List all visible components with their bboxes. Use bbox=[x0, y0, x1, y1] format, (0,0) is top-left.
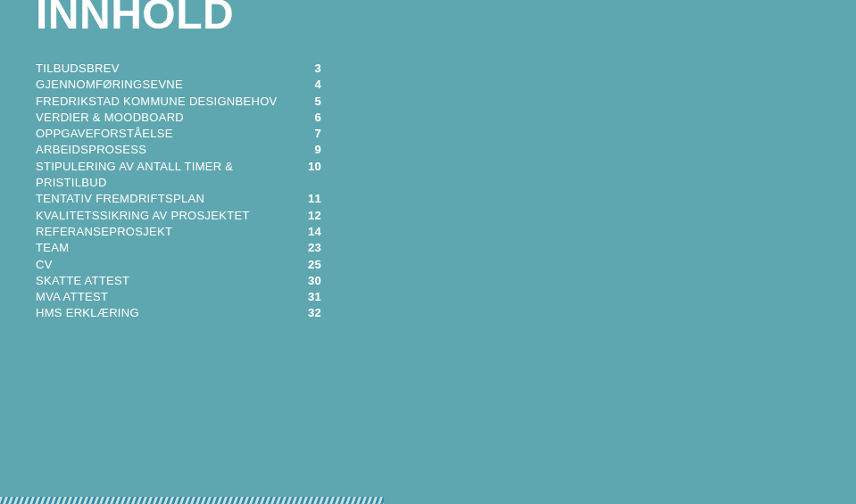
toc-page-number: 10 bbox=[295, 159, 321, 175]
toc-row: KVALITETSSIKRING AV PROSJEKTET 12 bbox=[36, 208, 321, 224]
toc-page-number: 3 bbox=[295, 61, 321, 77]
toc-row: MVA ATTEST 31 bbox=[36, 289, 321, 305]
toc-page-number: 4 bbox=[295, 77, 321, 93]
toc-label: CV bbox=[36, 257, 295, 273]
toc-row: HMS ERKLÆRING 32 bbox=[36, 305, 321, 321]
toc-page-number: 32 bbox=[295, 305, 321, 321]
toc-page-number: 11 bbox=[295, 191, 321, 207]
page-title: INNHOLD bbox=[36, 0, 820, 36]
toc-page-number: 7 bbox=[295, 126, 321, 142]
toc-label: REFERANSEPROSJEKT bbox=[36, 224, 295, 240]
toc-label: OPPGAVEFORSTÅELSE bbox=[36, 126, 295, 142]
toc-page-number: 5 bbox=[295, 94, 321, 110]
toc-label: TEAM bbox=[36, 240, 295, 256]
toc-page-number: 14 bbox=[295, 224, 321, 240]
toc-page-number: 31 bbox=[295, 289, 321, 305]
toc-row: GJENNOMFØRINGSEVNE 4 bbox=[36, 77, 321, 93]
toc-page-number: 30 bbox=[295, 273, 321, 289]
toc-page-number: 23 bbox=[295, 240, 321, 256]
toc-row: SKATTE ATTEST 30 bbox=[36, 273, 321, 289]
toc-label: HMS ERKLÆRING bbox=[36, 305, 295, 321]
toc-page-number: 12 bbox=[295, 208, 321, 224]
toc-row: STIPULERING AV ANTALL TIMER & PRISTILBUD… bbox=[36, 159, 321, 192]
footer-decorative-stripe bbox=[0, 497, 384, 504]
toc-row: CV 25 bbox=[36, 257, 321, 273]
toc-row: VERDIER & MOODBOARD 6 bbox=[36, 110, 321, 126]
toc-page-number: 6 bbox=[295, 110, 321, 126]
toc-row: REFERANSEPROSJEKT 14 bbox=[36, 224, 321, 240]
toc-row: TENTATIV FREMDRIFTSPLAN 11 bbox=[36, 191, 321, 207]
toc-label: GJENNOMFØRINGSEVNE bbox=[36, 77, 295, 93]
table-of-contents: TILBUDSBREV 3 GJENNOMFØRINGSEVNE 4 FREDR… bbox=[36, 61, 321, 322]
toc-page-number: 25 bbox=[295, 257, 321, 273]
toc-label: TILBUDSBREV bbox=[36, 61, 295, 77]
toc-label: TENTATIV FREMDRIFTSPLAN bbox=[36, 191, 295, 207]
toc-label: MVA ATTEST bbox=[36, 289, 295, 305]
toc-label: STIPULERING AV ANTALL TIMER & PRISTILBUD bbox=[36, 159, 295, 192]
toc-label: KVALITETSSIKRING AV PROSJEKTET bbox=[36, 208, 295, 224]
toc-label: ARBEIDSPROSESS bbox=[36, 142, 295, 158]
toc-row: FREDRIKSTAD KOMMUNE DESIGNBEHOV 5 bbox=[36, 94, 321, 110]
svg-rect-2 bbox=[0, 497, 384, 504]
toc-row: OPPGAVEFORSTÅELSE 7 bbox=[36, 126, 321, 142]
toc-row: TILBUDSBREV 3 bbox=[36, 61, 321, 77]
toc-row: ARBEIDSPROSESS 9 bbox=[36, 142, 321, 158]
toc-label: FREDRIKSTAD KOMMUNE DESIGNBEHOV bbox=[36, 94, 295, 110]
toc-label: SKATTE ATTEST bbox=[36, 273, 295, 289]
toc-page-number: 9 bbox=[295, 142, 321, 158]
toc-label: VERDIER & MOODBOARD bbox=[36, 110, 295, 126]
toc-row: TEAM 23 bbox=[36, 240, 321, 256]
